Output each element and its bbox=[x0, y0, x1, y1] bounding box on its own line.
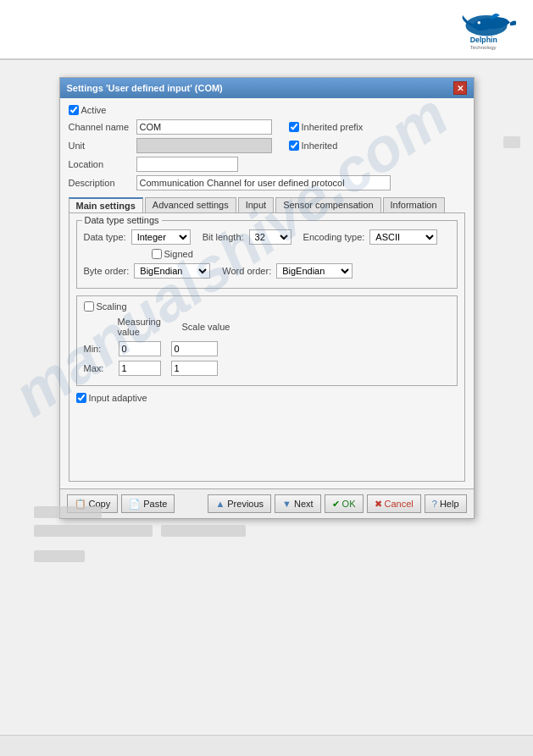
data-type-select[interactable]: Integer Float Double bbox=[131, 229, 191, 245]
svg-text:Delphin: Delphin bbox=[470, 36, 497, 44]
min-scale-input[interactable] bbox=[171, 341, 218, 356]
scaling-checkbox-label[interactable]: Scaling bbox=[84, 301, 127, 312]
max-label: Max: bbox=[84, 363, 114, 373]
input-adaptive-checkbox[interactable] bbox=[76, 393, 86, 403]
scaling-content: Measuring value Scale value Min: Max: bbox=[84, 317, 450, 376]
scaling-checkbox[interactable] bbox=[84, 301, 94, 312]
location-label: Location bbox=[69, 159, 136, 169]
channel-name-input[interactable] bbox=[136, 119, 272, 135]
right-checks: Inherited prefix bbox=[289, 122, 364, 132]
unit-input[interactable] bbox=[136, 138, 272, 153]
dialog-body: Active Channel name Inherited prefix Uni… bbox=[60, 98, 474, 488]
page-content: Settings 'User defined input' (COM) ✕ Ac… bbox=[0, 60, 533, 603]
active-row: Active bbox=[69, 105, 465, 115]
bottom-content bbox=[34, 506, 525, 562]
location-row: Location bbox=[69, 157, 465, 172]
dialog-close-button[interactable]: ✕ bbox=[453, 81, 467, 95]
tab-advanced-settings[interactable]: Advanced settings bbox=[145, 197, 236, 212]
blurred-block-4 bbox=[34, 550, 85, 562]
blurred-block-3 bbox=[161, 525, 246, 537]
encoding-type-label: Encoding type: bbox=[303, 232, 365, 242]
svg-text:Technology: Technology bbox=[470, 44, 497, 50]
location-input[interactable] bbox=[136, 157, 238, 172]
signed-label[interactable]: Signed bbox=[152, 249, 193, 259]
blurred-block-2 bbox=[34, 525, 153, 537]
min-measuring-input[interactable] bbox=[119, 341, 161, 356]
settings-dialog: Settings 'User defined input' (COM) ✕ Ac… bbox=[59, 77, 475, 519]
scale-value-header: Scale value bbox=[182, 322, 233, 332]
active-checkbox[interactable] bbox=[69, 105, 79, 115]
dialog-title: Settings 'User defined input' (COM) bbox=[67, 83, 223, 93]
bit-length-label: Bit length: bbox=[203, 232, 244, 242]
encoding-type-select[interactable]: ASCII BCD Binary bbox=[369, 229, 437, 245]
max-row: Max: bbox=[84, 361, 450, 376]
active-checkbox-label[interactable]: Active bbox=[69, 105, 107, 115]
blurred-block-1 bbox=[34, 506, 102, 518]
bottom-bar bbox=[0, 735, 533, 756]
input-adaptive-label[interactable]: Input adaptive bbox=[76, 393, 147, 403]
data-type-label: Data type: bbox=[84, 232, 126, 242]
max-measuring-input[interactable] bbox=[119, 361, 161, 376]
tab-spacer bbox=[76, 406, 458, 474]
tab-content-main: Data type settings Data type: Integer Fl… bbox=[69, 213, 465, 482]
byte-order-select[interactable]: BigEndian LittleEndian bbox=[134, 263, 210, 279]
description-input[interactable] bbox=[136, 175, 391, 190]
inherited-label[interactable]: Inherited bbox=[289, 141, 338, 151]
data-type-section-title: Data type settings bbox=[82, 215, 162, 225]
byte-order-row: Byte order: BigEndian LittleEndian Word … bbox=[84, 263, 450, 279]
input-adaptive-row: Input adaptive bbox=[76, 393, 458, 403]
logo-container: Delphin Technology bbox=[457, 8, 516, 51]
inherited-prefix-checkbox[interactable] bbox=[289, 122, 299, 132]
inherited-checkbox[interactable] bbox=[289, 141, 299, 151]
tab-main-settings[interactable]: Main settings bbox=[69, 197, 143, 212]
blurred-row-2 bbox=[34, 525, 525, 544]
scaling-headers-row: Measuring value Scale value bbox=[118, 317, 450, 337]
data-type-section: Data type settings Data type: Integer Fl… bbox=[76, 220, 458, 289]
delphin-logo: Delphin Technology bbox=[457, 8, 516, 51]
tabs-container: Main settings Advanced settings Input Se… bbox=[69, 197, 465, 213]
unit-label: Unit bbox=[69, 141, 136, 151]
top-bar: Delphin Technology bbox=[0, 0, 533, 59]
word-order-label: Word order: bbox=[222, 266, 271, 276]
unit-row: Unit Inherited bbox=[69, 138, 465, 153]
scaling-header: Scaling bbox=[84, 301, 450, 312]
min-row: Min: bbox=[84, 341, 450, 356]
signed-row: Signed bbox=[152, 249, 450, 259]
inherited-prefix-label[interactable]: Inherited prefix bbox=[289, 122, 364, 132]
blurred-block-top-right bbox=[503, 136, 520, 148]
tab-information[interactable]: Information bbox=[383, 197, 445, 212]
data-type-row: Data type: Integer Float Double Bit leng… bbox=[84, 229, 450, 245]
svg-point-1 bbox=[478, 20, 481, 24]
measuring-value-header: Measuring value bbox=[118, 317, 177, 337]
min-label: Min: bbox=[84, 344, 114, 354]
description-row: Description bbox=[69, 175, 465, 190]
tab-input[interactable]: Input bbox=[238, 197, 274, 212]
description-label: Description bbox=[69, 178, 136, 188]
channel-name-label: Channel name bbox=[69, 122, 136, 132]
channel-name-row: Channel name Inherited prefix bbox=[69, 119, 465, 135]
inherited-check-container: Inherited bbox=[289, 141, 338, 151]
scaling-section: Scaling Measuring value Scale value Min: bbox=[76, 295, 458, 386]
dialog-titlebar: Settings 'User defined input' (COM) ✕ bbox=[60, 78, 474, 98]
word-order-select[interactable]: BigEndian LittleEndian bbox=[276, 263, 353, 279]
tab-sensor-compensation[interactable]: Sensor compensation bbox=[275, 197, 380, 212]
data-type-content: Data type: Integer Float Double Bit leng… bbox=[84, 229, 450, 279]
max-scale-input[interactable] bbox=[171, 361, 218, 376]
byte-order-label: Byte order: bbox=[84, 266, 130, 276]
signed-checkbox[interactable] bbox=[152, 249, 162, 259]
bit-length-select[interactable]: 8 16 32 64 bbox=[249, 229, 291, 245]
